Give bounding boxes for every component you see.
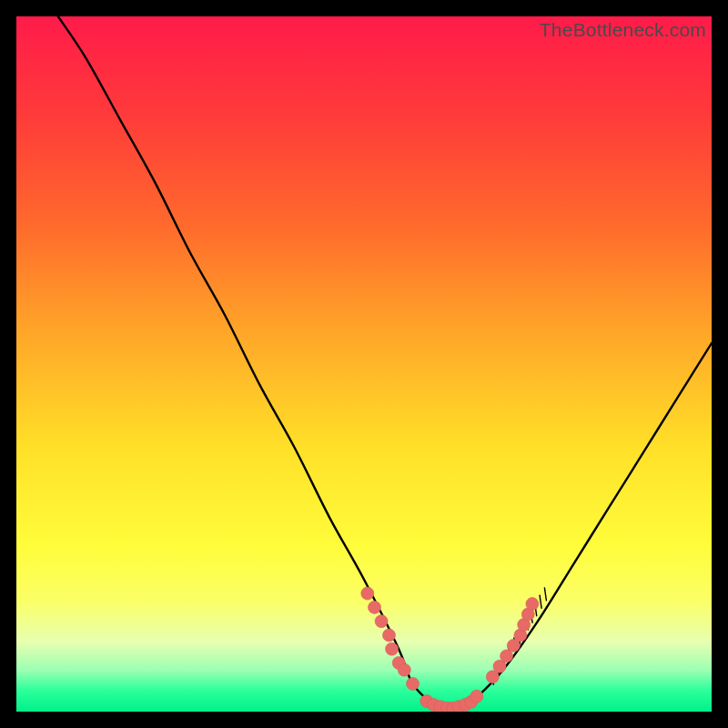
curve-layer (16, 16, 712, 712)
data-marker (375, 615, 388, 628)
curve-path (58, 16, 712, 712)
data-marker (526, 598, 539, 611)
tick-mark (544, 588, 546, 601)
data-marker (470, 690, 483, 703)
data-marker (361, 587, 374, 600)
data-marker (386, 642, 399, 655)
data-marker (369, 601, 381, 613)
data-marker (407, 677, 420, 690)
marker-cluster (361, 587, 539, 712)
tick-mark (540, 595, 541, 608)
bottleneck-curve (58, 16, 712, 712)
chart-stage: TheBottleneck.com (0, 0, 728, 728)
plot-area: TheBottleneck.com (16, 16, 712, 712)
data-marker (383, 629, 396, 642)
data-marker (398, 663, 410, 676)
